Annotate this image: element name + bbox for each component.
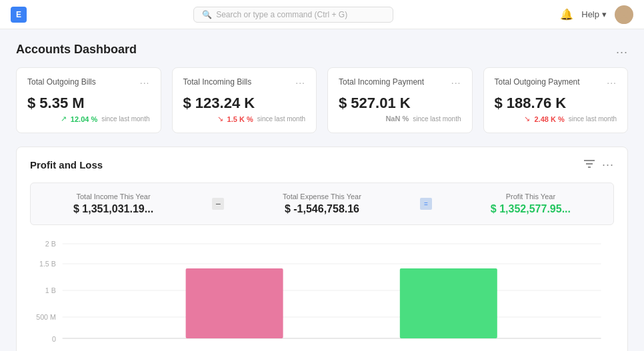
page-title: Accounts Dashboard [16,43,137,57]
arrow-down-icon: ↘ [524,115,530,123]
card-header: Total Incoming Bills ··· [183,77,306,88]
card-value: $ 123.24 K [183,95,306,112]
profit-loss-section: Profit and Loss ··· Total Income This Ye… [16,147,628,351]
section-options-button[interactable]: ··· [602,158,614,172]
card-value: $ 527.01 K [339,95,461,112]
card-incoming-bills: Total Incoming Bills ··· $ 123.24 K ↘ 1.… [172,67,317,133]
card-options-button[interactable]: ··· [607,77,617,88]
svg-text:2 B: 2 B [45,240,56,248]
income-value: $ 1,351,031.19... [73,203,153,215]
bell-icon[interactable]: 🔔 [560,8,573,21]
search-placeholder: Search or type a command (Ctrl + G) [216,10,347,19]
section-actions: ··· [583,158,614,172]
card-footer: NaN % since last month [339,115,461,123]
section-header: Profit and Loss ··· [30,158,614,172]
arrow-down-icon: ↘ [217,115,223,123]
nav-left: E [11,7,27,23]
card-since: since last month [569,115,617,123]
card-title: Total Outgoing Payment [495,77,580,87]
card-header: Total Incoming Payment ··· [339,77,461,88]
top-navigation: E 🔍 Search or type a command (Ctrl + G) … [0,0,644,29]
search-box[interactable]: 🔍 Search or type a command (Ctrl + G) [193,7,393,23]
cards-row: Total Outgoing Bills ··· $ 5.35 M ↗ 12.0… [16,67,628,133]
help-button[interactable]: Help ▾ [581,9,607,19]
card-options-button[interactable]: ··· [140,77,150,88]
chart-svg: 2 B 1.5 B 1 B 500 M 0 -500 M [30,238,614,351]
chart-area: 2 B 1.5 B 1 B 500 M 0 -500 M [30,238,614,351]
avatar[interactable] [615,5,633,24]
card-footer: ↘ 2.48 K % since last month [495,115,617,123]
card-since: since last month [101,115,149,123]
card-outgoing-payment: Total Outgoing Payment ··· $ 188.76 K ↘ … [483,67,629,133]
search-icon: 🔍 [202,10,212,19]
expense-summary: Total Expense This Year $ -1,546,758.16 [283,192,361,215]
card-change: NaN % [385,115,409,123]
page-options-button[interactable]: ... [616,43,628,57]
profit-label: Profit This Year [491,192,571,200]
arrow-up-icon: ↗ [61,115,67,123]
help-label: Help [581,9,599,19]
page-header: Accounts Dashboard ... [16,43,628,57]
card-value: $ 5.35 M [27,95,150,112]
expense-label: Total Expense This Year [283,192,361,200]
card-title: Total Incoming Bills [183,77,252,87]
summary-row: Total Income This Year $ 1,351,031.19...… [30,182,614,225]
filter-icon[interactable] [583,159,595,172]
profit-summary: Profit This Year $ 1,352,577.95... [491,192,571,215]
card-value: $ 188.76 K [495,95,617,112]
svg-point-1 [617,17,631,24]
card-header: Total Outgoing Payment ··· [495,77,617,88]
card-change: 2.48 K % [534,115,564,123]
profit-bar [400,268,497,338]
card-outgoing-bills: Total Outgoing Bills ··· $ 5.35 M ↗ 12.0… [16,67,161,133]
card-since: since last month [413,115,461,123]
card-change: 12.04 % [71,115,97,123]
card-options-button[interactable]: ··· [295,77,305,88]
income-label: Total Income This Year [73,192,153,200]
equals-icon: = [420,198,432,210]
card-options-button[interactable]: ··· [451,77,461,88]
chevron-down-icon: ▾ [602,9,607,19]
card-header: Total Outgoing Bills ··· [27,77,150,88]
svg-text:1 B: 1 B [45,286,56,294]
profit-value: $ 1,352,577.95... [491,203,571,215]
minus-icon: − [212,198,224,210]
svg-text:0: 0 [52,335,56,343]
card-title: Total Incoming Payment [339,77,424,87]
income-summary: Total Income This Year $ 1,351,031.19... [73,192,153,215]
card-footer: ↗ 12.04 % since last month [27,115,150,123]
card-title: Total Outgoing Bills [27,77,96,87]
nav-right: 🔔 Help ▾ [560,5,633,24]
svg-point-0 [620,8,628,16]
card-footer: ↘ 1.5 K % since last month [183,115,306,123]
expense-value: $ -1,546,758.16 [283,203,361,215]
card-incoming-payment: Total Incoming Payment ··· $ 527.01 K Na… [327,67,473,133]
card-since: since last month [257,115,305,123]
app-icon: E [11,7,27,23]
income-bar [186,268,283,338]
page-content: Accounts Dashboard ... Total Outgoing Bi… [0,29,644,351]
nav-center: 🔍 Search or type a command (Ctrl + G) [27,7,560,23]
svg-text:1.5 B: 1.5 B [39,260,56,268]
section-title: Profit and Loss [30,159,103,171]
card-change: 1.5 K % [227,115,253,123]
svg-text:500 M: 500 M [36,313,56,321]
